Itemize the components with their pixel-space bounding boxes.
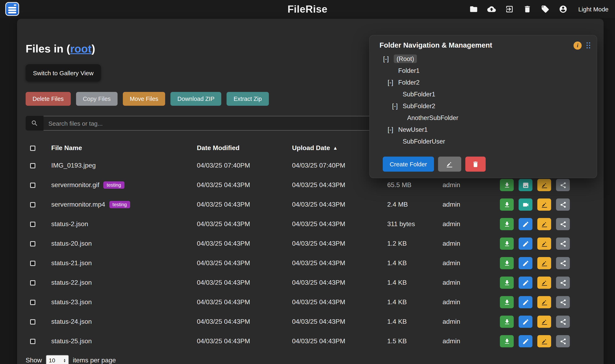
tree-item-subfolder1[interactable]: SubFolder1: [370, 88, 597, 100]
collapse-toggle[interactable]: [-]: [383, 53, 394, 65]
file-name[interactable]: servermonitor.mp4: [51, 201, 105, 208]
root-link[interactable]: root: [70, 43, 92, 55]
download-button[interactable]: [500, 296, 514, 308]
column-date-modified[interactable]: Date Modified: [197, 144, 292, 152]
edit-file-button[interactable]: [519, 335, 532, 347]
download-button[interactable]: [500, 277, 514, 289]
share-button[interactable]: [556, 237, 570, 250]
rename-button[interactable]: [537, 237, 551, 250]
cloud-upload-icon[interactable]: [487, 4, 496, 13]
rename-button[interactable]: [537, 316, 551, 328]
download-button[interactable]: [500, 257, 514, 269]
download-button[interactable]: [500, 335, 514, 347]
move-files-button[interactable]: Move Files: [123, 92, 165, 106]
share-button[interactable]: [556, 335, 570, 347]
row-checkbox[interactable]: [30, 221, 35, 227]
row-checkbox[interactable]: [30, 182, 35, 188]
items-per-page-select[interactable]: 10 ▲▼: [46, 355, 69, 364]
drag-handle-icon[interactable]: [587, 42, 590, 48]
row-checkbox[interactable]: [30, 202, 35, 207]
row-checkbox[interactable]: [30, 241, 35, 246]
rename-button[interactable]: [537, 277, 551, 289]
rename-button[interactable]: [537, 257, 551, 269]
row-actions: [500, 335, 595, 347]
share-button[interactable]: [556, 296, 570, 308]
rename-button[interactable]: [537, 179, 551, 191]
logout-icon[interactable]: [505, 4, 514, 13]
row-checkbox[interactable]: [30, 338, 35, 344]
rename-folder-button[interactable]: [438, 156, 461, 172]
tag-icon[interactable]: [541, 4, 550, 13]
search-input[interactable]: [43, 116, 389, 130]
download-zip-button[interactable]: Download ZIP: [170, 92, 221, 106]
file-name[interactable]: servermonitor.gif: [51, 182, 99, 189]
delete-files-button[interactable]: Delete Files: [26, 92, 71, 106]
edit-file-button[interactable]: [519, 296, 532, 308]
file-name[interactable]: status-22.json: [51, 279, 92, 286]
download-button[interactable]: [500, 237, 514, 250]
image-icon: [522, 182, 529, 189]
account-icon[interactable]: [559, 4, 568, 13]
file-size: 2.4 MB: [387, 201, 443, 208]
app-logo-icon[interactable]: [5, 2, 19, 16]
file-name[interactable]: IMG_0193.jpeg: [51, 162, 96, 169]
rename-button[interactable]: [537, 198, 551, 211]
share-button[interactable]: [556, 218, 570, 230]
row-checkbox[interactable]: [30, 163, 35, 168]
row-checkbox[interactable]: [30, 260, 35, 266]
theme-toggle[interactable]: Light Mode: [578, 5, 608, 13]
preview-video-button[interactable]: [519, 198, 532, 211]
create-folder-button[interactable]: Create Folder: [383, 156, 434, 172]
share-button[interactable]: [556, 277, 570, 289]
row-checkbox[interactable]: [30, 299, 35, 305]
share-button[interactable]: [556, 257, 570, 269]
file-name[interactable]: status-20.json: [51, 240, 92, 247]
file-name[interactable]: status-21.json: [51, 260, 92, 267]
tree-item-folder2[interactable]: [-]Folder2: [370, 77, 597, 88]
trash-icon[interactable]: [523, 4, 532, 13]
select-all-checkbox[interactable]: [30, 145, 35, 151]
copy-files-button[interactable]: Copy Files: [76, 92, 118, 106]
edit-file-button[interactable]: [519, 316, 532, 328]
rename-icon: [541, 299, 548, 306]
share-button[interactable]: [556, 316, 570, 328]
download-button[interactable]: [500, 198, 514, 211]
share-button[interactable]: [556, 198, 570, 211]
rename-button[interactable]: [537, 218, 551, 230]
file-name[interactable]: status-23.json: [51, 299, 92, 306]
collapse-toggle[interactable]: [-]: [392, 100, 403, 112]
info-icon[interactable]: i: [574, 41, 582, 49]
edit-file-button[interactable]: [519, 237, 532, 250]
preview-image-button[interactable]: [519, 179, 532, 191]
gallery-view-button[interactable]: Switch to Gallery View: [26, 64, 101, 81]
row-checkbox[interactable]: [30, 319, 35, 324]
file-size: 311 bytes: [387, 221, 443, 228]
tree-item-anothersubfolder[interactable]: AnotherSubFolder: [370, 112, 597, 124]
collapse-toggle[interactable]: [-]: [388, 77, 398, 88]
rename-button[interactable]: [537, 335, 551, 347]
column-file-name[interactable]: File Name: [51, 144, 197, 152]
search-button[interactable]: [26, 116, 43, 130]
row-checkbox[interactable]: [30, 280, 35, 285]
tree-item-subfolderuser[interactable]: SubFolderUser: [370, 135, 597, 147]
file-name[interactable]: status-24.json: [51, 318, 92, 325]
collapse-toggle[interactable]: [-]: [388, 124, 398, 135]
download-button[interactable]: [500, 316, 514, 328]
download-button[interactable]: [500, 179, 514, 191]
download-button[interactable]: [500, 218, 514, 230]
tree-item-folder1[interactable]: Folder1: [370, 65, 597, 77]
file-name[interactable]: status-25.json: [51, 338, 92, 345]
extract-zip-button[interactable]: Extract Zip: [227, 92, 269, 106]
share-button[interactable]: [556, 179, 570, 191]
file-name[interactable]: status-2.json: [51, 221, 88, 228]
download-icon: [503, 201, 510, 208]
folder-icon[interactable]: [469, 4, 478, 13]
edit-file-button[interactable]: [519, 257, 532, 269]
edit-file-button[interactable]: [519, 277, 532, 289]
tree-item-newuser1[interactable]: [-]NewUser1: [370, 124, 597, 135]
delete-folder-button[interactable]: [465, 156, 485, 172]
tree-item-root[interactable]: [-](Root): [370, 53, 597, 65]
tree-item-subfolder2[interactable]: [-]SubFolder2: [370, 100, 597, 112]
rename-button[interactable]: [537, 296, 551, 308]
edit-file-button[interactable]: [519, 218, 532, 230]
